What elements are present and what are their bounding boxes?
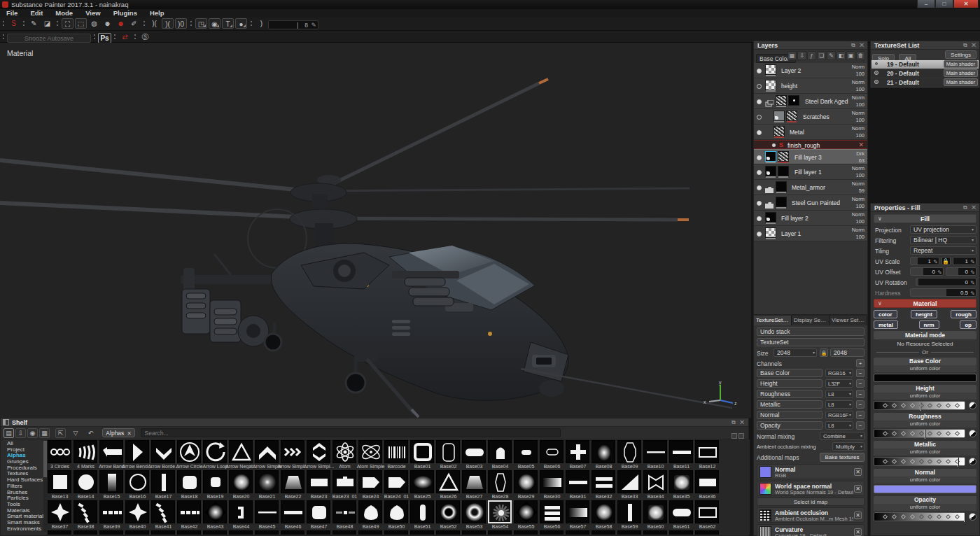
layer-row[interactable]: Fill layer 3Drk63 — [754, 149, 867, 164]
shelf-item-partial[interactable] — [668, 530, 694, 535]
map-remove-icon[interactable]: ✕ — [854, 528, 862, 536]
layer-row[interactable]: Steel Dark AgedNorm100 — [754, 94, 867, 109]
layer-name[interactable]: Metal — [790, 129, 804, 136]
layer-thumbnail[interactable] — [786, 111, 797, 121]
shelf-item-arrow-borde-[interactable]: Arrow Borde... — [150, 439, 176, 470]
shelf-item-thumbnail[interactable] — [592, 530, 615, 535]
shelf-item-thumbnail[interactable] — [384, 500, 408, 523]
shelf-item-thumbnail[interactable] — [255, 440, 279, 463]
layer-effect-row[interactable]: Sfinish_rough✕ — [754, 140, 867, 149]
shelf-item-thumbnail[interactable] — [177, 530, 201, 535]
minimize-button[interactable]: – — [917, 0, 935, 8]
shelf-item-thumbnail[interactable] — [48, 440, 71, 463]
add-fill-layer-icon[interactable]: ◧ — [836, 51, 846, 60]
shelf-item-thumbnail[interactable] — [332, 470, 356, 493]
map-remove-icon[interactable]: ✕ — [854, 512, 862, 519]
shelf-camera-icon[interactable]: ◉ — [27, 428, 38, 438]
shelf-item-thumbnail[interactable] — [488, 530, 512, 535]
additional-map-card[interactable]: NormalRGB✕ — [757, 464, 864, 479]
shelf-item-thumbnail[interactable] — [488, 440, 512, 463]
view-render-icon[interactable]: ● — [235, 18, 247, 29]
uv-offset-x-field[interactable]: 0✎ — [910, 267, 944, 276]
menu-edit[interactable]: Edit — [24, 9, 49, 17]
opacity-value[interactable]: 100 — [852, 101, 864, 108]
shelf-item-partial[interactable] — [461, 530, 487, 535]
size-value-field[interactable]: 2048 — [830, 348, 864, 357]
shelf-item-thumbnail[interactable] — [695, 470, 719, 493]
shelf-item-thumbnail[interactable] — [669, 530, 693, 535]
shelf-item-thumbnail[interactable] — [99, 470, 123, 493]
shelf-item-arrow-simple[interactable]: Arrow Simple — [254, 439, 280, 470]
shelf-item-partial[interactable] — [332, 530, 358, 535]
shelf-item-thumbnail[interactable] — [151, 440, 175, 463]
shelf-item-thumbnail[interactable] — [410, 500, 434, 523]
layer-thumbnail[interactable] — [776, 181, 787, 192]
blend-mode[interactable]: Norm — [852, 181, 864, 188]
view-camera-icon[interactable]: ◉ — [209, 18, 220, 29]
layer-thumbnail[interactable] — [778, 151, 789, 162]
shelf-item-base29[interactable]: Base29 — [513, 470, 539, 500]
shelf-item-base38[interactable]: Base38 — [73, 500, 99, 530]
material-picker-tool-icon[interactable]: ✐ — [128, 18, 140, 29]
gradient-bar[interactable] — [874, 457, 965, 466]
shelf-item-base34[interactable]: Base34 — [643, 470, 668, 500]
layer-row[interactable]: Fill layer 2Norm100 — [754, 211, 867, 226]
channel-toggle-color[interactable]: color — [874, 310, 897, 318]
shelf-item-thumbnail[interactable] — [566, 530, 589, 535]
shelf-item-thumbnail[interactable] — [436, 500, 460, 523]
shelf-item-base37[interactable]: Base37 — [47, 500, 73, 530]
shelf-item-partial[interactable] — [73, 530, 99, 535]
shelf-item-partial[interactable] — [410, 530, 435, 535]
size-lock-icon[interactable]: 🔒 — [820, 348, 828, 357]
toolbar-grip[interactable] — [56, 20, 59, 28]
shelf-item-base42[interactable]: Base42 — [176, 500, 202, 530]
shelf-item-thumbnail[interactable] — [307, 530, 330, 535]
shelf-item-partial[interactable] — [694, 530, 720, 535]
channel-name-field[interactable]: Roughness — [757, 390, 822, 398]
shelf-item-thumbnail[interactable] — [177, 440, 201, 463]
shelf-item-thumbnail[interactable] — [669, 500, 693, 523]
shelf-item-thumbnail[interactable] — [617, 440, 641, 463]
gradient-slider[interactable] — [874, 401, 976, 410]
layer-row[interactable]: MetalNorm100 — [754, 125, 867, 140]
layer-visibility-toggle[interactable] — [757, 201, 762, 206]
textureset-row[interactable]: 21 - DefaultMain shader — [872, 78, 979, 87]
shelf-item-thumbnail[interactable] — [332, 500, 356, 523]
shelf-item-base11[interactable]: Base11 — [668, 439, 694, 470]
layer-thumbnail[interactable] — [765, 227, 776, 238]
layer-visibility-toggle[interactable] — [757, 216, 762, 221]
shelf-item-base17[interactable]: Base17 — [150, 470, 176, 500]
layer-blend-opacity[interactable]: Norm100 — [852, 125, 864, 139]
layer-thumbnail[interactable] — [765, 80, 776, 90]
main-shader-button[interactable]: Main shader — [944, 60, 978, 68]
tab-display-settin-[interactable]: Display Settin... — [792, 316, 830, 325]
layer-name[interactable]: Fill layer 2 — [781, 215, 808, 222]
shelf-folder-icon[interactable]: ▤ — [4, 428, 14, 438]
brush-size-field[interactable]: 8✎ — [268, 20, 318, 29]
layer-thumbnail[interactable] — [765, 151, 776, 162]
geometry-mask-poly-icon[interactable]: )0 — [175, 18, 187, 29]
properties-header[interactable]: Properties - Fill ⧉ ✕ — [871, 204, 979, 212]
shelf-item-thumbnail[interactable] — [462, 440, 486, 463]
shelf-item-base15[interactable]: Base15 — [99, 470, 125, 500]
channel-format-dropdown[interactable]: RGB16 — [825, 369, 853, 377]
shelf-item-arrow-simpl-[interactable]: Arrow Simpl... — [306, 439, 332, 470]
layer-blend-grid-icon[interactable]: ▦ — [788, 51, 797, 60]
layer-visibility-toggle[interactable] — [757, 84, 762, 89]
shelf-item-arrow-bend-[interactable]: Arrow Bend ... — [125, 439, 150, 470]
shelf-item-partial[interactable] — [643, 530, 668, 535]
shelf-item-thumbnail[interactable] — [643, 440, 667, 463]
layer-thumbnail[interactable] — [765, 212, 776, 223]
toolbar-grip[interactable] — [2, 33, 6, 41]
particles-tool-icon[interactable]: ☻ — [102, 18, 113, 29]
shelf-item-base21[interactable]: Base21 — [254, 470, 280, 500]
channel-block-title[interactable]: Height — [874, 385, 976, 393]
channel-toggle-nrm[interactable]: nrm — [919, 320, 939, 329]
shelf-item-partial[interactable] — [435, 530, 461, 535]
layer-blend-opacity[interactable]: Norm100 — [852, 227, 864, 241]
layer-visibility-toggle[interactable] — [757, 115, 762, 120]
shelf-item-thumbnail[interactable] — [358, 500, 382, 523]
shelf-item-partial[interactable] — [228, 530, 254, 535]
shelf-item-thumbnail[interactable] — [592, 470, 615, 493]
uv-scale-y-field[interactable]: 1✎ — [953, 257, 976, 265]
